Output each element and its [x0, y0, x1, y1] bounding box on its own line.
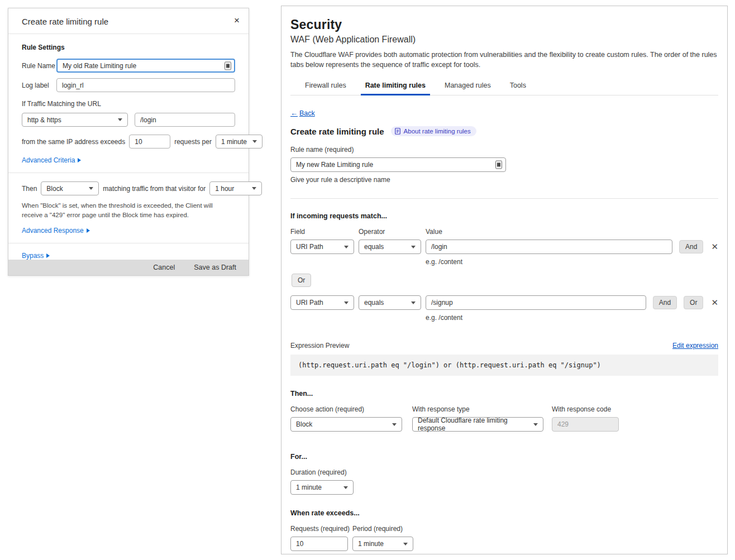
match-heading: If incoming requests match... [290, 212, 718, 220]
log-label-input[interactable] [56, 78, 235, 92]
value-hint: e.g. /content [426, 258, 718, 266]
cancel-button[interactable]: Cancel [153, 264, 175, 271]
document-icon [395, 128, 400, 135]
chevron-down-icon [344, 301, 349, 304]
value-input-wrap [426, 240, 672, 254]
chevron-down-icon [89, 187, 93, 190]
tab-rate-limiting-rules[interactable]: Rate limiting rules [364, 76, 427, 95]
field-select-value: URI Path [296, 299, 323, 307]
url-match-row: http & https [22, 113, 235, 127]
then-label: Then [22, 185, 37, 193]
waf-tabs: Firewall rules Rate limiting rules Manag… [290, 76, 718, 95]
block-note-text: When "Block" is set, when the threshold … [22, 201, 235, 219]
action-controls-row: Block Default Cloudflare rate limiting r… [290, 417, 718, 432]
log-label-row: Log label [22, 78, 235, 92]
divider [8, 243, 249, 243]
requests-input[interactable] [129, 135, 170, 149]
rule-name-input[interactable] [56, 59, 235, 73]
url-input[interactable] [135, 113, 235, 127]
choose-action-value: Block [296, 420, 312, 428]
requests-input[interactable] [290, 537, 348, 551]
chevron-down-icon [411, 246, 416, 248]
triangle-right-icon [87, 228, 90, 233]
block-duration-select[interactable]: 1 hour [209, 181, 262, 195]
period-select[interactable]: 1 minute [352, 537, 413, 551]
tab-managed-rules[interactable]: Managed rules [443, 76, 492, 95]
autofill-icon [225, 61, 231, 70]
advanced-criteria-label: Advanced Criteria [22, 156, 75, 164]
response-type-label: With response type [412, 405, 552, 413]
advanced-response-link[interactable]: Advanced Response [22, 227, 90, 234]
or-connector-button[interactable]: Or [292, 274, 311, 287]
form-heading-row: Create rate limiting rule About rate lim… [290, 126, 718, 136]
dialog-header: Create rate limiting rule × [8, 8, 249, 34]
duration-row: 1 minute [290, 480, 718, 495]
and-button[interactable]: And [653, 296, 677, 309]
period-select[interactable]: 1 minute [216, 135, 262, 149]
period-label: Period (required) [352, 525, 403, 533]
edit-expression-link[interactable]: Edit expression [672, 342, 718, 350]
rule-name-row: Rule Name [22, 59, 235, 73]
remove-row-icon[interactable]: ✕ [711, 242, 718, 252]
remove-row-icon[interactable]: ✕ [711, 298, 718, 308]
operator-select-value: equals [364, 299, 384, 307]
rule-name-help: Give your rule a descriptive name [290, 176, 718, 184]
rule-name-input-wrap [56, 59, 235, 73]
tab-tools[interactable]: Tools [509, 76, 527, 95]
rule-name-input-wrap [290, 157, 506, 172]
field-select[interactable]: URI Path [290, 295, 354, 310]
exceeds-suffix-text: requests per [174, 138, 212, 146]
advanced-criteria-link[interactable]: Advanced Criteria [22, 156, 81, 164]
waf-description: The Cloudflare WAF provides both automat… [290, 50, 718, 70]
operator-select[interactable]: equals [359, 240, 421, 254]
log-label-input-wrap [56, 78, 235, 92]
close-icon[interactable]: × [234, 17, 240, 25]
action-select[interactable]: Block [41, 181, 99, 195]
page-title: Security [290, 17, 718, 32]
chevron-down-icon [392, 423, 397, 426]
value-input[interactable] [426, 240, 672, 254]
value-input-wrap [426, 295, 646, 310]
back-link[interactable]: ←Back [290, 109, 315, 117]
or-button[interactable]: Or [684, 296, 703, 309]
and-button[interactable]: And [679, 240, 703, 253]
bypass-link[interactable]: Bypass [22, 252, 50, 260]
choose-action-select[interactable]: Block [290, 417, 402, 432]
response-type-value: Default Cloudflare rate limiting respons… [418, 417, 530, 432]
rate-heading: When rate exceeds... [290, 509, 718, 517]
chevron-down-icon [344, 246, 349, 248]
chevron-down-icon [411, 301, 416, 304]
log-label-label: Log label [22, 82, 56, 89]
tab-firewall-rules[interactable]: Firewall rules [304, 76, 347, 95]
duration-value: 1 minute [296, 484, 322, 491]
save-as-draft-button[interactable]: Save as Draft [194, 264, 236, 271]
match-row-1: URI Path equals And ✕ [290, 240, 718, 254]
field-select[interactable]: URI Path [290, 240, 354, 254]
chevron-down-icon [118, 118, 122, 121]
duration-select[interactable]: 1 minute [290, 480, 354, 495]
then-row: Then Block matching traffic from that vi… [22, 181, 235, 195]
chevron-down-icon [533, 423, 538, 426]
rule-name-input[interactable] [290, 157, 506, 172]
chevron-down-icon [252, 187, 256, 190]
scheme-select-value: http & https [27, 116, 61, 124]
response-code-input [552, 417, 619, 432]
value-input[interactable] [426, 295, 646, 310]
rule-settings-heading: Rule Settings [22, 44, 235, 51]
triangle-right-icon [78, 158, 81, 162]
operator-select[interactable]: equals [359, 295, 421, 310]
traffic-match-label: If Traffic Matching the URL [22, 100, 235, 108]
rate-labels-row: Requests (required) Period (required) [290, 525, 718, 533]
block-duration-value: 1 hour [215, 185, 234, 193]
about-rate-limiting-badge[interactable]: About rate limiting rules [391, 126, 476, 136]
response-type-select[interactable]: Default Cloudflare rate limiting respons… [412, 417, 543, 432]
value-column-label: Value [426, 228, 442, 236]
field-column-label: Field [290, 228, 359, 236]
dialog-footer: Cancel Save as Draft [8, 260, 249, 275]
divider [8, 173, 249, 173]
rate-controls-row: 1 minute [290, 537, 718, 551]
expression-preview-box: (http.request.uri.path eq "/login") or (… [290, 355, 718, 376]
threshold-row: from the same IP address exceeds request… [22, 135, 235, 149]
arrow-left-icon: ← [290, 109, 298, 117]
scheme-select[interactable]: http & https [22, 113, 128, 127]
